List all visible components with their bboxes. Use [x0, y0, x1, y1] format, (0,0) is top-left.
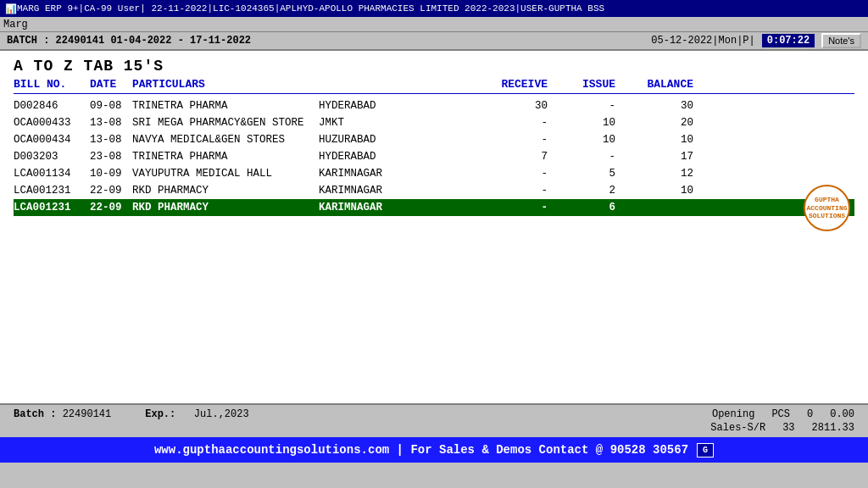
- cell-location: KARIMNAGAR: [319, 202, 454, 214]
- table-row[interactable]: LCA001134 10-09 VAYUPUTRA MEDICAL HALL K…: [14, 165, 854, 182]
- footer-opening-label: Opening: [712, 408, 754, 420]
- cell-balance: 30: [632, 100, 700, 112]
- cell-location: HYDERABAD: [319, 151, 454, 163]
- table-row[interactable]: OCA000433 13-08 SRI MEGA PHARMACY&GEN ST…: [14, 114, 854, 131]
- title-bar: 📊 MARG ERP 9+|CA-99 User| 22-11-2022|LIC…: [0, 0, 868, 17]
- guptha-line1: GUPTHA: [815, 196, 839, 204]
- cell-issue: 5: [565, 168, 632, 180]
- cell-date: 23-08: [90, 151, 132, 163]
- column-headers: BILL NO. DATE PARTICULARS RECEIVE ISSUE …: [14, 78, 854, 94]
- cell-date: 13-08: [90, 117, 132, 129]
- cell-balance: 10: [632, 134, 700, 146]
- footer-sales-label: Sales-S/R: [710, 422, 765, 434]
- footer-opening: Opening PCS 0 0.00: [712, 408, 854, 420]
- footer-batch-label: Batch : 22490141: [14, 408, 111, 420]
- cell-particulars: TRINETRA PHARMA: [132, 151, 319, 163]
- col-header-location: [319, 78, 454, 91]
- cell-balance: 10: [632, 185, 700, 197]
- table-row[interactable]: D003203 23-08 TRINETRA PHARMA HYDERABAD …: [14, 148, 854, 165]
- cell-location: JMKT: [319, 117, 454, 129]
- table-row[interactable]: LCA001231 22-09 RKD PHARMACY KARIMNAGAR …: [14, 182, 854, 199]
- col-header-issue: ISSUE: [565, 78, 632, 91]
- header-bar: BATCH : 22490141 01-04-2022 - 17-11-2022…: [0, 32, 868, 51]
- guptha-line2: ACCOUNTING: [806, 204, 847, 213]
- batch-title: BATCH : 22490141 01-04-2022 - 17-11-2022: [7, 35, 251, 47]
- guptha-circle: GUPTHA ACCOUNTING SOLUTIONS: [804, 185, 850, 231]
- transactions-table: D002846 09-08 TRINETRA PHARMA HYDERABAD …: [14, 97, 854, 216]
- col-header-date: DATE: [90, 78, 132, 91]
- time-display: 0:07:22: [762, 34, 815, 47]
- cell-issue: 2: [565, 185, 632, 197]
- cell-bill: LCA001134: [14, 168, 90, 180]
- guptha-logo: GUPTHA ACCOUNTING SOLUTIONS: [804, 185, 854, 236]
- col-header-balance: BALANCE: [632, 78, 700, 91]
- footer-opening-qty: 0: [807, 408, 813, 420]
- cell-date: 13-08: [90, 134, 132, 146]
- guptha-icon: G: [697, 443, 714, 458]
- cell-particulars: NAVYA MEDICAL&GEN STORES: [132, 134, 319, 146]
- cell-issue: -: [565, 100, 632, 112]
- col-header-bill: BILL NO.: [14, 78, 90, 91]
- product-name: A TO Z TAB 15'S: [14, 58, 854, 75]
- footer-row1: Batch : 22490141 Exp.: Jul.,2023 Opening…: [14, 408, 854, 420]
- cell-balance: 17: [632, 151, 700, 163]
- cell-particulars: RKD PHARMACY: [132, 185, 319, 197]
- cell-location: HUZURABAD: [319, 134, 454, 146]
- menu-bar: Marg: [0, 17, 868, 32]
- menu-marg[interactable]: Marg: [3, 19, 28, 30]
- header-right: 05-12-2022|Mon|P| 0:07:22 Note's: [651, 33, 861, 48]
- cell-bill: D003203: [14, 151, 90, 163]
- footer-row2: Batch : 22490141 Exp.: Jul.,2023 Sales-S…: [14, 422, 854, 434]
- cell-bill: OCA000433: [14, 117, 90, 129]
- footer-sales: Sales-S/R 33 2811.33: [710, 422, 854, 434]
- content-area: A TO Z TAB 15'S BILL NO. DATE PARTICULAR…: [0, 51, 868, 223]
- cell-receive: 7: [454, 151, 565, 163]
- cell-particulars: TRINETRA PHARMA: [132, 100, 319, 112]
- cell-receive: -: [454, 117, 565, 129]
- notes-button[interactable]: Note's: [821, 33, 861, 48]
- footer-area: Batch : 22490141 Exp.: Jul.,2023 Opening…: [0, 403, 868, 437]
- cell-location: KARIMNAGAR: [319, 168, 454, 180]
- col-header-receive: RECEIVE: [454, 78, 565, 91]
- cell-bill: D002846: [14, 100, 90, 112]
- cell-issue: 10: [565, 117, 632, 129]
- cell-issue: -: [565, 151, 632, 163]
- cell-date: 09-08: [90, 100, 132, 112]
- guptha-line3: SOLUTIONS: [809, 212, 845, 220]
- cell-balance: 12: [632, 168, 700, 180]
- cell-receive: -: [454, 185, 565, 197]
- cell-bill: LCA001231: [14, 202, 90, 214]
- table-row[interactable]: OCA000434 13-08 NAVYA MEDICAL&GEN STORES…: [14, 131, 854, 148]
- footer-sales-val: 2811.33: [812, 422, 854, 434]
- footer-opening-unit: PCS: [771, 408, 790, 420]
- cell-balance: 20: [632, 117, 700, 129]
- table-row[interactable]: LCA001231 22-09 RKD PHARMACY KARIMNAGAR …: [14, 199, 854, 216]
- footer-sales-qty: 33: [782, 422, 794, 434]
- title-bar-icon: 📊: [5, 3, 17, 14]
- cell-receive: -: [454, 134, 565, 146]
- footer-exp-label: Exp.: Jul.,2023: [145, 408, 248, 420]
- title-bar-text: MARG ERP 9+|CA-99 User| 22-11-2022|LIC-1…: [17, 3, 604, 14]
- cell-date: 22-09: [90, 202, 132, 214]
- cell-date: 22-09: [90, 185, 132, 197]
- cell-issue: 6: [565, 202, 632, 214]
- cell-particulars: VAYUPUTRA MEDICAL HALL: [132, 168, 319, 180]
- cell-particulars: RKD PHARMACY: [132, 202, 319, 214]
- cell-date: 10-09: [90, 168, 132, 180]
- main-window: BATCH : 22490141 01-04-2022 - 17-11-2022…: [0, 32, 868, 463]
- banner-text: www.gupthaaccountingsolutions.com | For …: [154, 443, 688, 457]
- bottom-banner: www.gupthaaccountingsolutions.com | For …: [0, 437, 868, 463]
- cell-issue: 10: [565, 134, 632, 146]
- cell-bill: LCA001231: [14, 185, 90, 197]
- cell-location: KARIMNAGAR: [319, 185, 454, 197]
- cell-location: HYDERABAD: [319, 100, 454, 112]
- cell-receive: -: [454, 202, 565, 214]
- cell-particulars: SRI MEGA PHARMACY&GEN STORE: [132, 117, 319, 129]
- cell-bill: OCA000434: [14, 134, 90, 146]
- col-header-particulars: PARTICULARS: [132, 78, 319, 91]
- cell-receive: 30: [454, 100, 565, 112]
- footer-opening-val: 0.00: [830, 408, 854, 420]
- datetime: 05-12-2022|Mon|P|: [651, 35, 754, 47]
- table-row[interactable]: D002846 09-08 TRINETRA PHARMA HYDERABAD …: [14, 97, 854, 114]
- cell-receive: -: [454, 168, 565, 180]
